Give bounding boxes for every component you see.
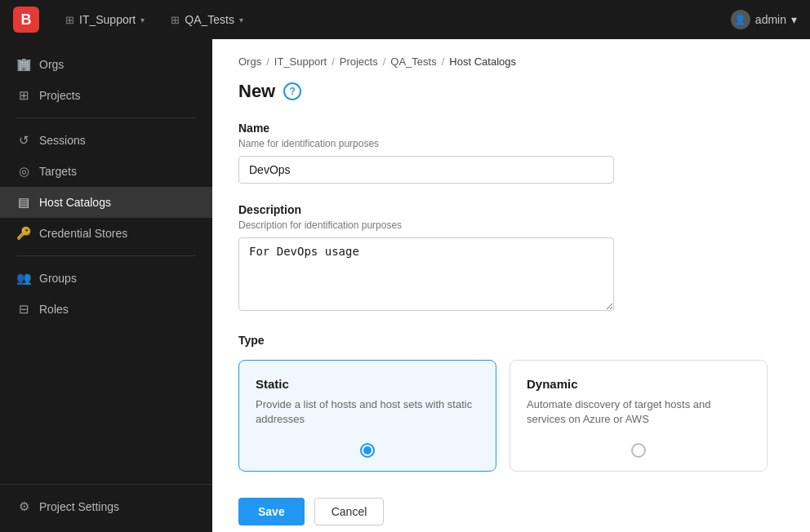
type-card-dynamic-radio xyxy=(527,443,750,458)
sidebar-item-orgs[interactable]: 🏢 Orgs xyxy=(0,49,212,80)
sidebar-divider-1 xyxy=(16,117,196,118)
save-button[interactable]: Save xyxy=(238,498,305,525)
breadcrumb-sep-4: / xyxy=(442,55,445,68)
project-label: QA_Tests xyxy=(185,13,234,26)
admin-label: admin xyxy=(755,13,786,26)
sidebar-bottom: ⚙ Project Settings xyxy=(0,484,212,522)
name-label: Name xyxy=(238,122,784,135)
breadcrumb-host-catalogs: Host Catalogs xyxy=(449,55,516,68)
type-card-dynamic-desc: Automate discovery of target hosts and s… xyxy=(527,397,750,427)
name-hint: Name for identification purposes xyxy=(238,138,784,149)
type-card-dynamic-title: Dynamic xyxy=(527,377,750,391)
sidebar-item-label-project-settings: Project Settings xyxy=(39,500,119,513)
type-cards: Static Provide a list of hosts and host … xyxy=(238,360,784,472)
orgs-icon: 🏢 xyxy=(16,57,31,72)
admin-chevron-icon: ▾ xyxy=(791,13,797,26)
admin-avatar: 👤 xyxy=(731,10,750,29)
admin-avatar-icon: 👤 xyxy=(734,14,746,25)
admin-menu[interactable]: 👤 admin ▾ xyxy=(731,10,797,29)
breadcrumb-sep-1: / xyxy=(266,55,269,68)
top-nav: B ⊞ IT_Support ▾ ⊞ QA_Tests ▾ 👤 admin ▾ xyxy=(0,0,810,39)
type-card-static-title: Static xyxy=(256,377,479,391)
targets-icon: ◎ xyxy=(16,164,31,179)
static-radio-inner xyxy=(363,446,372,454)
type-card-static-radio xyxy=(256,443,479,458)
breadcrumb-sep-3: / xyxy=(383,55,386,68)
type-label: Type xyxy=(238,334,784,347)
sidebar-item-projects[interactable]: ⊞ Projects xyxy=(0,80,212,111)
sidebar-item-roles[interactable]: ⊟ Roles xyxy=(0,294,212,325)
roles-icon: ⊟ xyxy=(16,302,31,317)
groups-icon: 👥 xyxy=(16,271,31,286)
breadcrumb-it-support[interactable]: IT_Support xyxy=(274,55,327,68)
sidebar-item-label-targets: Targets xyxy=(39,165,77,178)
sidebar-item-sessions[interactable]: ↺ Sessions xyxy=(0,125,212,156)
app-logo: B xyxy=(13,7,39,33)
breadcrumb-projects[interactable]: Projects xyxy=(340,55,378,68)
description-textarea[interactable]: For DevOps usage xyxy=(238,237,614,311)
projects-icon: ⊞ xyxy=(16,88,31,103)
sidebar: 🏢 Orgs ⊞ Projects ↺ Sessions ◎ Targets ▤… xyxy=(0,39,212,532)
sidebar-item-host-catalogs[interactable]: ▤ Host Catalogs xyxy=(0,187,212,218)
main-layout: 🏢 Orgs ⊞ Projects ↺ Sessions ◎ Targets ▤… xyxy=(0,39,810,532)
description-form-group: Description Description for identificati… xyxy=(238,203,784,314)
project-settings-icon: ⚙ xyxy=(16,499,31,514)
page-body: New ? Name Name for identification purpo… xyxy=(212,81,810,532)
project-icon: ⊞ xyxy=(171,14,180,26)
project-chevron-icon: ▾ xyxy=(239,16,243,24)
sidebar-item-targets[interactable]: ◎ Targets xyxy=(0,156,212,187)
type-form-group: Type Static Provide a list of hosts and … xyxy=(238,334,784,472)
content-area: Orgs / IT_Support / Projects / QA_Tests … xyxy=(212,39,810,532)
breadcrumb: Orgs / IT_Support / Projects / QA_Tests … xyxy=(212,39,810,81)
sidebar-item-label-sessions: Sessions xyxy=(39,134,86,147)
name-form-group: Name Name for identification purposes xyxy=(238,122,784,184)
description-hint: Description for identification purposes xyxy=(238,219,784,231)
sidebar-item-label-credential-stores: Credential Stores xyxy=(39,227,127,240)
org-selector[interactable]: ⊞ IT_Support ▾ xyxy=(59,10,151,29)
type-card-dynamic[interactable]: Dynamic Automate discovery of target hos… xyxy=(510,360,768,472)
sidebar-item-groups[interactable]: 👥 Groups xyxy=(0,263,212,294)
sidebar-item-label-groups: Groups xyxy=(39,272,77,285)
org-icon: ⊞ xyxy=(65,14,74,26)
name-input[interactable] xyxy=(238,156,614,184)
cancel-button[interactable]: Cancel xyxy=(314,498,385,525)
org-label: IT_Support xyxy=(79,13,136,26)
host-catalogs-icon: ▤ xyxy=(16,195,31,210)
sidebar-item-label-host-catalogs: Host Catalogs xyxy=(39,196,111,209)
help-icon[interactable]: ? xyxy=(283,82,301,100)
page-title-row: New ? xyxy=(238,81,784,102)
breadcrumb-qa-tests[interactable]: QA_Tests xyxy=(390,55,436,68)
sidebar-divider-2 xyxy=(16,255,196,256)
project-selector[interactable]: ⊞ QA_Tests ▾ xyxy=(164,10,250,29)
description-label: Description xyxy=(238,203,784,216)
dynamic-radio-outer xyxy=(631,443,646,458)
type-card-static[interactable]: Static Provide a list of hosts and host … xyxy=(238,360,496,472)
sessions-icon: ↺ xyxy=(16,133,31,148)
page-title: New xyxy=(238,81,275,102)
sidebar-item-label-projects: Projects xyxy=(39,89,81,102)
breadcrumb-sep-2: / xyxy=(332,55,335,68)
sidebar-item-credential-stores[interactable]: 🔑 Credential Stores xyxy=(0,218,212,249)
credential-stores-icon: 🔑 xyxy=(16,226,31,241)
breadcrumb-orgs[interactable]: Orgs xyxy=(238,55,261,68)
static-radio-outer xyxy=(360,443,375,458)
type-card-static-desc: Provide a list of hosts and host sets wi… xyxy=(256,397,479,427)
form-actions: Save Cancel xyxy=(238,498,784,525)
org-chevron-icon: ▾ xyxy=(140,16,145,24)
sidebar-item-label-orgs: Orgs xyxy=(39,58,64,71)
sidebar-item-label-roles: Roles xyxy=(39,303,69,316)
sidebar-item-project-settings[interactable]: ⚙ Project Settings xyxy=(0,491,212,522)
